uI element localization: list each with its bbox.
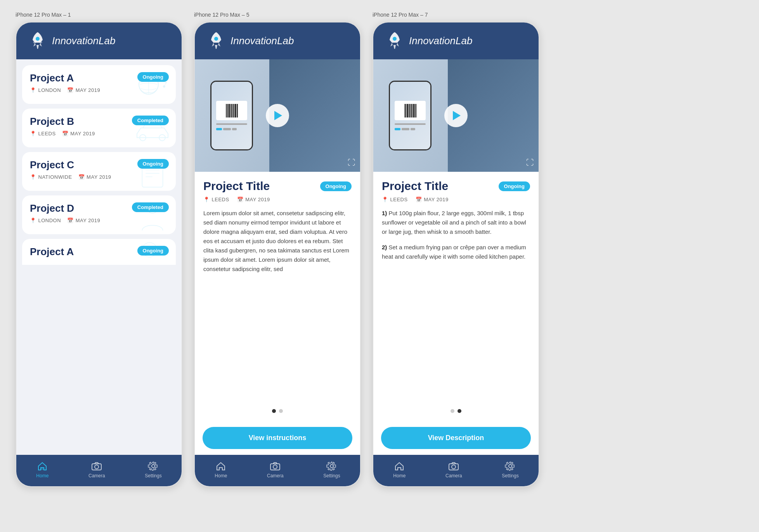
- nav-camera-3[interactable]: Camera: [438, 459, 470, 480]
- phone-3-bottom-nav: Home Camera Settings: [373, 455, 539, 486]
- video-area-2: ⛶: [195, 59, 360, 172]
- detail-description-2: Lorem ipsum dolor sit amet, consetetur s…: [203, 209, 352, 404]
- project-b-location: 📍 LEEDS: [30, 131, 56, 136]
- view-description-button[interactable]: View Description: [381, 427, 531, 449]
- phone-1-label: iPhone 12 Pro Max – 1: [16, 12, 182, 18]
- phone-2: InnovationLab: [194, 22, 361, 487]
- dot-2-active-3: [457, 409, 461, 413]
- nav-settings-3[interactable]: Settings: [494, 459, 526, 480]
- person-bg-icon: [133, 201, 172, 232]
- phone-1-content: Project A 📍 LONDON 📅 MAY 2019 Ongoing: [16, 59, 182, 455]
- barcode-2: [216, 101, 247, 120]
- project-card-partial[interactable]: Project A Ongoing: [22, 239, 176, 265]
- instruction-2: 2) Set a medium frying pan or crêpe pan …: [382, 243, 530, 261]
- phone-2-bottom-nav: Home Camera Settings: [195, 455, 360, 486]
- detail-date-2: 📅 MAY 2019: [237, 197, 270, 202]
- nav-camera-1[interactable]: Camera: [81, 459, 113, 480]
- nav-settings-1[interactable]: Settings: [137, 459, 169, 480]
- instruction-1-num: 1): [382, 210, 387, 216]
- phone-3-bottom: View Description: [373, 424, 539, 455]
- nav-settings-label-1: Settings: [145, 473, 161, 478]
- phone-1-header: InnovationLab: [16, 22, 182, 59]
- detail-title-row-3: Project Title Ongoing: [382, 180, 530, 193]
- location-icon-b: 📍: [30, 131, 36, 136]
- project-list: Project A 📍 LONDON 📅 MAY 2019 Ongoing: [16, 59, 182, 455]
- phone-3-detail-content: ⛶ Project Title Ongoing 📍 LEEDS 📅 MAY 20…: [373, 59, 539, 486]
- svg-point-30: [509, 465, 512, 468]
- instruction-1-text: Put 100g plain flour, 2 large eggs, 300m…: [382, 210, 526, 235]
- phone-1-wrapper: iPhone 12 Pro Max – 1 InnovationLab Proj…: [16, 12, 182, 487]
- phone-2-label: iPhone 12 Pro Max – 5: [194, 12, 361, 18]
- brain-bg-icon: [133, 71, 172, 102]
- project-card-b[interactable]: Project B 📍 LEEDS 📅 MAY 2019 Completed: [22, 109, 176, 147]
- camera-icon-3: [448, 461, 459, 472]
- nav-home-label-2: Home: [215, 473, 227, 478]
- camera-icon-1: [91, 461, 102, 472]
- nav-home-2[interactable]: Home: [207, 459, 235, 480]
- phone-3-label: iPhone 12 Pro Max – 7: [373, 12, 539, 18]
- app-title-3: InnovationLab: [409, 35, 472, 47]
- location-icon-detail-3: 📍: [382, 197, 388, 202]
- nav-camera-label-1: Camera: [88, 473, 105, 478]
- instruction-1: 1) Put 100g plain flour, 2 large eggs, 3…: [382, 209, 530, 237]
- phone-1: InnovationLab Project A 📍 LONDON 📅 MAY 2: [16, 22, 182, 487]
- phone-mockup-2: [210, 81, 253, 150]
- phone-2-body: Project Title Ongoing 📍 LEEDS 📅 MAY 2019…: [195, 172, 360, 424]
- calendar-icon-d: 📅: [67, 218, 74, 223]
- calendar-icon-b: 📅: [62, 131, 69, 136]
- view-instructions-button[interactable]: View instructions: [203, 427, 352, 449]
- project-b-date: 📅 MAY 2019: [62, 131, 95, 136]
- nav-settings-label-2: Settings: [323, 473, 340, 478]
- detail-location-3: 📍 LEEDS: [382, 197, 408, 202]
- play-triangle-2: [274, 111, 282, 120]
- nav-settings-label-3: Settings: [502, 473, 518, 478]
- phone-3-body: Project Title Ongoing 📍 LEEDS 📅 MAY 2019…: [373, 172, 539, 424]
- play-triangle-3: [453, 111, 461, 120]
- phone-screen-3: [390, 82, 430, 149]
- project-c-location: 📍 NATIONWIDE: [30, 174, 72, 180]
- fullscreen-icon-3[interactable]: ⛶: [526, 158, 534, 167]
- rocket-icon-3: [385, 30, 404, 52]
- document-bg-icon: [133, 158, 172, 189]
- svg-point-18: [142, 243, 157, 257]
- nav-home-3[interactable]: Home: [385, 459, 413, 480]
- svg-point-27: [393, 37, 397, 41]
- svg-point-22: [152, 465, 155, 468]
- barcode-lines-2: [226, 104, 238, 117]
- phone-2-wrapper: iPhone 12 Pro Max – 5 InnovationLab: [194, 12, 361, 487]
- pagination-2: [203, 404, 352, 416]
- scan-dots-2: [216, 128, 247, 130]
- project-a-date: 📅 MAY 2019: [67, 87, 100, 93]
- phone-2-detail-content: ⛶ Project Title Ongoing 📍 LEEDS 📅 MAY 20…: [195, 59, 360, 486]
- calendar-icon-detail-3: 📅: [416, 197, 422, 202]
- svg-point-17: [147, 203, 158, 213]
- project-card-a[interactable]: Project A 📍 LONDON 📅 MAY 2019 Ongoing: [22, 65, 176, 104]
- project-card-c[interactable]: Project C 📍 NATIONWIDE 📅 MAY 2019 Ongoin…: [22, 152, 176, 191]
- barcode-3: [395, 101, 426, 120]
- detail-meta-3: 📍 LEEDS 📅 MAY 2019: [382, 197, 530, 202]
- scan-line-2: [216, 123, 247, 125]
- nav-home-label-1: Home: [36, 473, 49, 478]
- nav-home-1[interactable]: Home: [28, 459, 56, 480]
- detail-meta-2: 📍 LEEDS 📅 MAY 2019: [203, 197, 352, 202]
- detail-location-2: 📍 LEEDS: [203, 197, 229, 202]
- phone-3-wrapper: iPhone 12 Pro Max – 7 InnovationLab: [373, 12, 539, 487]
- play-button-2[interactable]: [266, 104, 289, 127]
- location-icon-a: 📍: [30, 87, 36, 93]
- phone-1-bottom-nav: Home Camera Settings: [16, 455, 182, 486]
- play-button-3[interactable]: [444, 104, 468, 127]
- nav-settings-2[interactable]: Settings: [315, 459, 348, 480]
- scan-line-3: [395, 123, 426, 125]
- video-area-3: ⛶: [373, 59, 539, 172]
- svg-point-21: [95, 465, 99, 469]
- nav-camera-2[interactable]: Camera: [259, 459, 291, 480]
- project-card-d[interactable]: Project D 📍 LONDON 📅 MAY 2019 Completed: [22, 195, 176, 234]
- detail-title-2: Project Title: [203, 180, 270, 193]
- instruction-2-num: 2): [382, 244, 387, 250]
- settings-icon-2: [326, 461, 337, 472]
- rocket-icon-2: [206, 30, 226, 52]
- pagination-3: [382, 404, 530, 416]
- phone-2-bottom: View instructions: [195, 424, 360, 455]
- instruction-2-text: Set a medium frying pan or crêpe pan ove…: [382, 244, 526, 260]
- fullscreen-icon-2[interactable]: ⛶: [348, 158, 355, 167]
